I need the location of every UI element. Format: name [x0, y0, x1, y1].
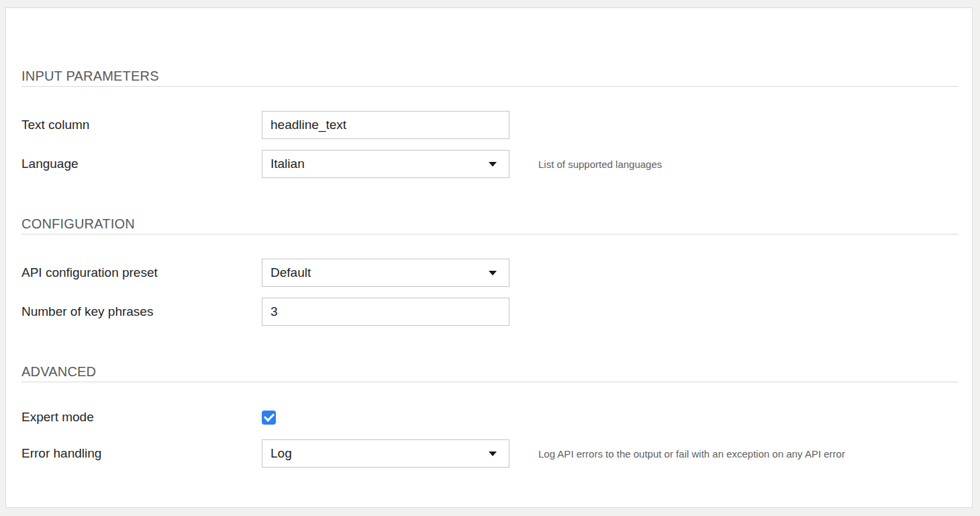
section-configuration: CONFIGURATION API configuration preset D… [21, 216, 959, 326]
configuration-section-title: CONFIGURATION [21, 216, 959, 234]
language-label: Language [21, 157, 262, 171]
api-preset-label: API configuration preset [21, 265, 262, 280]
text-column-label: Text column [21, 118, 262, 132]
language-row: Language Italian List of supported langu… [21, 150, 959, 178]
error-handling-label: Error handling [21, 446, 262, 461]
error-handling-help-text: Log API errors to the output or fail wit… [538, 448, 845, 460]
input-parameters-section-title: INPUT PARAMETERS [21, 68, 959, 87]
expert-mode-row: Expert mode [21, 406, 959, 428]
api-preset-select-value: Default [271, 265, 311, 280]
section-input-parameters: INPUT PARAMETERS Text column Language It… [21, 68, 959, 178]
advanced-section-title: ADVANCED [21, 363, 959, 382]
key-phrases-input[interactable] [262, 298, 509, 326]
settings-panel: INPUT PARAMETERS Text column Language It… [5, 7, 973, 508]
language-help-text: List of supported languages [538, 159, 662, 170]
expert-mode-checkbox[interactable] [262, 411, 276, 425]
error-handling-select[interactable]: Log [262, 439, 509, 468]
expert-mode-label: Expert mode [21, 410, 262, 425]
key-phrases-row: Number of key phrases [21, 298, 959, 326]
section-advanced: ADVANCED Expert mode Error handling Log … [21, 363, 959, 468]
chevron-down-icon [489, 452, 497, 456]
language-select-value: Italian [271, 157, 305, 171]
chevron-down-icon [489, 271, 497, 275]
api-preset-row: API configuration preset Default [21, 259, 959, 287]
language-select[interactable]: Italian [262, 150, 509, 178]
error-handling-select-value: Log [271, 446, 292, 461]
text-column-input[interactable] [262, 111, 509, 139]
api-preset-select[interactable]: Default [262, 259, 509, 287]
error-handling-row: Error handling Log Log API errors to the… [21, 439, 959, 468]
text-column-row: Text column [21, 111, 959, 139]
key-phrases-label: Number of key phrases [21, 304, 262, 319]
chevron-down-icon [489, 162, 497, 167]
